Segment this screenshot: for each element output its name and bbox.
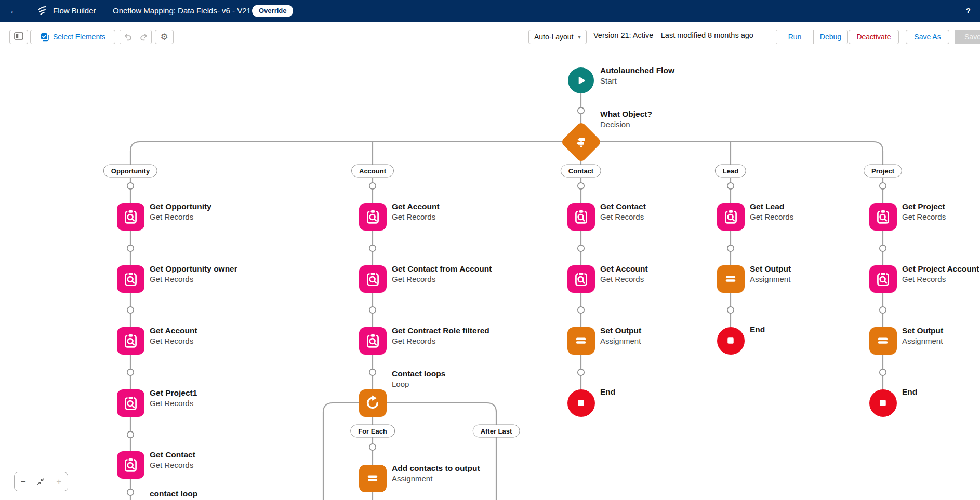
node-project-2[interactable] <box>869 327 897 355</box>
node-lead-0[interactable] <box>717 203 745 231</box>
node-opportunity-1[interactable] <box>117 265 144 293</box>
zoom-out-button[interactable]: − <box>15 472 32 491</box>
add-element-connector[interactable] <box>578 183 584 189</box>
label-contact-2: Set OutputAssignment <box>600 326 641 346</box>
label-lead-1-title: Set Output <box>750 264 791 274</box>
loop-label: Contact loopsLoop <box>392 369 445 389</box>
version-status-text: Version 21: Active—Last modified 8 month… <box>593 22 753 49</box>
loop-node-contact-loops[interactable] <box>359 389 387 417</box>
get-records-icon <box>123 457 139 473</box>
flow-title: Oneflow Mapping: Data Fields- v6 - V21 <box>113 0 251 22</box>
deactivate-button[interactable]: Deactivate <box>849 30 899 44</box>
add-element-connector[interactable] <box>578 107 584 114</box>
add-element-connector[interactable] <box>127 431 134 438</box>
add-element-connector[interactable] <box>727 245 734 251</box>
flow-canvas[interactable]: Autolaunched FlowStart What Object?Decis… <box>0 49 980 500</box>
node-contact-0[interactable] <box>567 203 595 231</box>
node-opportunity-4[interactable] <box>117 451 144 479</box>
node-account-1[interactable] <box>359 265 387 293</box>
assignment-equals-icon <box>723 271 738 287</box>
run-button[interactable]: Run <box>776 30 813 44</box>
add-element-connector[interactable] <box>880 245 886 251</box>
node-account-0[interactable] <box>359 203 387 231</box>
select-elements-button[interactable]: Select Elements <box>30 30 115 44</box>
help-button[interactable]: ? <box>966 0 971 22</box>
save-as-button[interactable]: Save As <box>906 30 949 44</box>
add-element-connector[interactable] <box>127 245 134 251</box>
label-account-2: Get Contract Role filteredGet Records <box>392 326 489 346</box>
branch-pill-opportunity: Opportunity <box>103 165 157 178</box>
label-account-0: Get AccountGet Records <box>392 201 440 222</box>
flow-builder-app: ← Flow Builder Oneflow Mapping: Data Fie… <box>0 0 980 500</box>
loop-icon <box>364 395 381 411</box>
node-opportunity-2[interactable] <box>117 327 144 355</box>
branch-pill-project: Project <box>864 165 902 178</box>
add-element-connector[interactable] <box>369 444 376 450</box>
assignment-equals-icon <box>365 470 380 486</box>
get-records-icon <box>875 209 891 225</box>
node-project-0[interactable] <box>869 203 897 231</box>
redo-icon <box>139 32 149 42</box>
header-bar: ← Flow Builder Oneflow Mapping: Data Fie… <box>0 0 980 22</box>
add-element-connector[interactable] <box>369 183 376 189</box>
add-element-connector[interactable] <box>880 307 886 313</box>
add-element-connector[interactable] <box>727 183 734 189</box>
add-element-connector[interactable] <box>578 369 584 375</box>
label-account-1-sub: Get Records <box>392 274 492 284</box>
label-account-2-title: Get Contract Role filtered <box>392 326 489 336</box>
add-element-connector[interactable] <box>127 489 134 495</box>
add-element-connector[interactable] <box>127 369 134 375</box>
label-account-1-title: Get Contact from Account <box>392 264 492 274</box>
for-each-pill: For Each <box>350 425 395 438</box>
label-contact-2-title: Set Output <box>600 326 641 336</box>
label-opportunity-4-sub: Get Records <box>150 460 195 470</box>
add-element-connector[interactable] <box>369 245 376 251</box>
add-element-connector[interactable] <box>369 307 376 313</box>
get-records-icon <box>573 271 589 287</box>
branch-pill-contact: Contact <box>561 165 601 178</box>
settings-button[interactable]: ⚙ <box>155 30 174 44</box>
connector-line <box>130 142 883 165</box>
add-element-connector[interactable] <box>578 307 584 313</box>
fit-to-view-button[interactable] <box>32 472 49 491</box>
start-node[interactable] <box>568 67 594 93</box>
node-lead-1[interactable] <box>717 265 745 293</box>
loop-label-title: Contact loops <box>392 369 445 379</box>
label-contact-3: End <box>600 387 615 397</box>
decision-label: What Object?Decision <box>600 109 652 129</box>
label-contact-1-sub: Get Records <box>600 274 648 284</box>
label-project-2: Set OutputAssignment <box>902 326 943 346</box>
add-element-connector[interactable] <box>127 183 134 189</box>
node-contact-3[interactable] <box>567 389 595 417</box>
add-element-connector[interactable] <box>880 183 886 189</box>
node-contact-1[interactable] <box>567 265 595 293</box>
node-contact-2[interactable] <box>567 327 595 355</box>
label-opportunity-2-sub: Get Records <box>150 336 197 346</box>
node-opportunity-3[interactable] <box>117 389 144 417</box>
get-records-icon <box>123 395 139 411</box>
back-button[interactable]: ← <box>4 0 24 22</box>
node-project-1[interactable] <box>869 265 897 293</box>
node-loop-body-0[interactable] <box>359 465 387 492</box>
add-element-connector[interactable] <box>578 245 584 251</box>
label-account-2-sub: Get Records <box>392 336 489 346</box>
end-icon <box>875 395 891 411</box>
node-project-3[interactable] <box>869 389 897 417</box>
label-project-0: Get ProjectGet Records <box>902 201 946 222</box>
add-element-connector[interactable] <box>369 369 376 375</box>
add-element-connector[interactable] <box>727 307 734 313</box>
debug-button[interactable]: Debug <box>813 30 847 44</box>
add-element-connector[interactable] <box>127 307 134 313</box>
node-lead-2[interactable] <box>717 327 745 355</box>
node-opportunity-0[interactable] <box>117 203 144 231</box>
label-project-2-title: Set Output <box>902 326 943 336</box>
layout-select[interactable]: Auto-Layout ▾ <box>528 30 587 44</box>
label-opportunity-2-title: Get Account <box>150 326 197 336</box>
toggle-panel-button[interactable] <box>9 30 28 44</box>
get-records-icon <box>365 333 381 349</box>
node-account-2[interactable] <box>359 327 387 355</box>
toolbar: Select Elements ⚙ Auto-Layout ▾ Version … <box>0 22 980 49</box>
assignment-equals-icon <box>875 333 891 348</box>
label-project-3-title: End <box>902 387 917 397</box>
add-element-connector[interactable] <box>880 369 886 375</box>
